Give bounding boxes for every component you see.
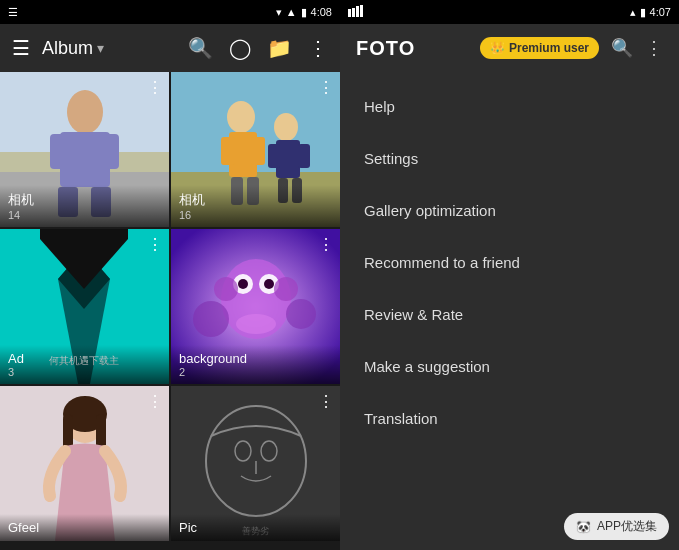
folder-icon[interactable]: 📁 (267, 36, 292, 60)
svg-rect-14 (251, 137, 265, 165)
svg-point-17 (274, 113, 298, 141)
gallery-opt-label: Gallery optimization (364, 202, 496, 219)
album-overlay: 相机 14 (0, 185, 169, 227)
album-item[interactable]: background 2 ⋮ (171, 229, 340, 384)
album-item[interactable]: Gfeel ⋮ (0, 386, 169, 541)
svg-rect-53 (360, 5, 363, 17)
translation-label: Translation (364, 410, 438, 427)
status-right-left: ▾ ▲ ▮ 4:08 (276, 6, 332, 19)
signal-icon: ▲ (286, 6, 297, 18)
menu-icon[interactable]: ☰ (12, 36, 30, 60)
right-panel: ▴ ▮ 4:07 FOTO 👑 Premium user 🔍 ⋮ Help Se… (340, 0, 679, 550)
album-overlay: Ad 3 (0, 345, 169, 384)
watermark-icon: 🐼 (576, 520, 591, 534)
menu-item-suggestion[interactable]: Make a suggestion (340, 340, 679, 392)
album-overlay: 相机 16 (171, 185, 340, 227)
album-title: Album (42, 38, 93, 59)
more-right-icon[interactable]: ⋮ (645, 37, 663, 59)
top-bar: ☰ Album ▾ 🔍 ◯ 📁 ⋮ (0, 24, 340, 72)
status-bar-right: ▴ ▮ 4:07 (340, 0, 679, 24)
status-bar-left: ☰ ▾ ▲ ▮ 4:08 (0, 0, 340, 24)
status-right-right: ▴ ▮ 4:07 (630, 6, 671, 19)
review-label: Review & Rate (364, 306, 463, 323)
wifi-right-icon: ▴ (630, 6, 636, 19)
menu-item-help[interactable]: Help (340, 80, 679, 132)
album-more-icon[interactable]: ⋮ (318, 235, 334, 254)
svg-point-3 (67, 90, 103, 134)
svg-point-33 (264, 279, 274, 289)
svg-rect-51 (352, 8, 355, 17)
album-overlay: background 2 (171, 345, 340, 384)
search-icon[interactable]: 🔍 (188, 36, 213, 60)
time-left: 4:08 (311, 6, 332, 18)
menu-item-gallery-opt[interactable]: Gallery optimization (340, 184, 679, 236)
svg-rect-6 (101, 134, 119, 169)
album-count: 3 (8, 366, 161, 378)
svg-rect-20 (298, 144, 310, 168)
menu-item-settings[interactable]: Settings (340, 132, 679, 184)
album-more-icon[interactable]: ⋮ (147, 235, 163, 254)
svg-point-32 (238, 279, 248, 289)
album-item[interactable]: 善势劣 Pic ⋮ (171, 386, 340, 541)
album-name: Gfeel (8, 520, 161, 535)
album-name: Ad (8, 351, 161, 366)
crown-icon: 👑 (490, 41, 505, 55)
album-name: Pic (179, 520, 332, 535)
svg-point-34 (214, 277, 238, 301)
album-overlay: Gfeel (0, 514, 169, 541)
album-more-icon[interactable]: ⋮ (318, 78, 334, 97)
menu-item-recommend[interactable]: Recommend to a friend (340, 236, 679, 288)
menu-item-review[interactable]: Review & Rate (340, 288, 679, 340)
album-item[interactable]: 相机 16 ⋮ (171, 72, 340, 227)
svg-rect-13 (221, 137, 235, 165)
status-right-icon (348, 5, 364, 19)
battery-icon: ▮ (301, 6, 307, 19)
settings-label: Settings (364, 150, 418, 167)
album-item[interactable]: 相机 14 ⋮ (0, 72, 169, 227)
svg-rect-52 (356, 6, 359, 17)
recommend-label: Recommend to a friend (364, 254, 520, 271)
menu-item-translation[interactable]: Translation (340, 392, 679, 444)
svg-rect-19 (268, 144, 280, 168)
album-title-group: Album ▾ (42, 38, 176, 59)
drawer-header-right: 👑 Premium user 🔍 ⋮ (480, 37, 663, 59)
top-bar-icons: 🔍 ◯ 📁 ⋮ (188, 36, 328, 60)
album-count: 2 (179, 366, 332, 378)
album-more-icon[interactable]: ⋮ (147, 78, 163, 97)
album-name: 相机 (179, 191, 332, 209)
help-label: Help (364, 98, 395, 115)
time-right: 4:07 (650, 6, 671, 18)
album-grid: 相机 14 ⋮ (0, 72, 340, 550)
premium-badge[interactable]: 👑 Premium user (480, 37, 599, 59)
hamburger-icon: ☰ (8, 6, 18, 19)
svg-point-11 (227, 101, 255, 133)
svg-point-38 (236, 314, 276, 334)
svg-point-36 (193, 301, 229, 337)
drawer-header: FOTO 👑 Premium user 🔍 ⋮ (340, 24, 679, 72)
dropdown-icon[interactable]: ▾ (97, 40, 104, 56)
album-count: 14 (8, 209, 161, 221)
album-overlay: Pic (171, 514, 340, 541)
more-icon[interactable]: ⋮ (308, 36, 328, 60)
svg-point-35 (274, 277, 298, 301)
battery-right-icon: ▮ (640, 6, 646, 19)
search-right-icon[interactable]: 🔍 (611, 37, 633, 59)
suggestion-label: Make a suggestion (364, 358, 490, 375)
premium-label: Premium user (509, 41, 589, 55)
svg-rect-50 (348, 9, 351, 17)
watermark: 🐼 APP优选集 (564, 513, 669, 540)
album-item[interactable]: 何其机遇下载主 Ad 3 ⋮ (0, 229, 169, 384)
watermark-text: APP优选集 (597, 518, 657, 535)
drawer-menu: Help Settings Gallery optimization Recom… (340, 72, 679, 550)
svg-point-37 (286, 299, 316, 329)
album-count: 16 (179, 209, 332, 221)
album-name: 相机 (8, 191, 161, 209)
drawer-app-name: FOTO (356, 37, 415, 60)
left-panel: ☰ ▾ ▲ ▮ 4:08 ☰ Album ▾ 🔍 ◯ 📁 ⋮ (0, 0, 340, 550)
album-more-icon[interactable]: ⋮ (318, 392, 334, 411)
chat-icon[interactable]: ◯ (229, 36, 251, 60)
album-more-icon[interactable]: ⋮ (147, 392, 163, 411)
status-left-icons: ☰ (8, 6, 18, 19)
album-name: background (179, 351, 332, 366)
svg-rect-5 (50, 134, 68, 169)
